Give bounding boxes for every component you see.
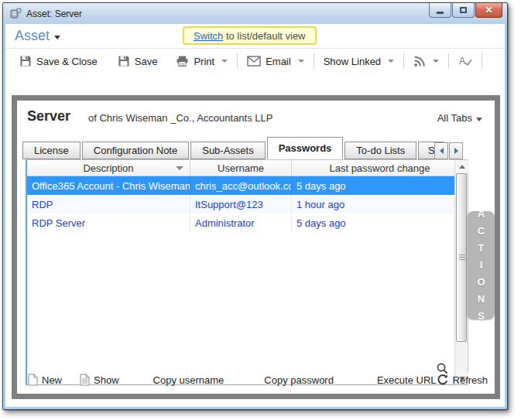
grid-toolbar: New Show Copy username [26,370,484,389]
save-label: Save [135,56,158,67]
cell-username: Administrator [190,213,292,232]
tab-sub-assets[interactable]: Sub-Assets [190,142,265,159]
tab-strip: License Configuration Note Sub-Assets Pa… [22,136,484,159]
column-header-description[interactable]: Description [27,160,190,176]
record-subtitle: of Chris Wiseman _Co., Accountants LLP [88,112,272,124]
save-and-close-label: Save & Close [36,56,98,67]
asset-menu-label: Asset [15,28,50,44]
passwords-table: Description Username Last password chang… [26,159,468,385]
tab-scroll-right-button[interactable] [449,142,463,159]
svg-text:A: A [459,56,465,67]
dropdown-caret-icon [221,60,228,63]
show-linked-label: Show Linked [324,56,381,67]
toolbar-separator [403,53,404,69]
cell-username: ItSupport@123 [190,195,292,213]
menu-row: Asset Switch to list/default view [5,24,505,48]
vertical-scrollbar[interactable] [454,160,468,384]
tab-scroll-left-button[interactable] [434,142,448,159]
arrow-up-icon [459,165,465,169]
save-button[interactable]: Save [113,52,163,70]
email-button[interactable]: Email [242,53,309,70]
scrollbar-thumb[interactable] [456,173,467,342]
cell-description: RDP Server [27,213,190,232]
show-document-icon [79,374,90,386]
cell-last-change: 5 days ago [292,176,468,195]
print-button[interactable]: Print [171,52,232,70]
close-button[interactable]: ✕ [475,3,502,18]
scrollbar-grip [459,254,465,261]
tab-license[interactable]: License [22,142,81,159]
column-header-username[interactable]: Username [190,160,292,176]
new-document-icon [27,374,38,386]
dropdown-caret-icon [433,60,439,63]
show-label: Show [94,374,119,386]
arrow-left-icon [440,148,444,154]
switch-view-notice: Switch to list/default view [183,26,317,45]
print-icon [176,55,189,67]
copy-username-button[interactable]: Copy username [153,374,225,386]
copy-password-button[interactable]: Copy password [264,374,334,386]
main-toolbar: Save & Close Save Prin [5,48,505,73]
sort-descending-icon [176,166,183,170]
table-row[interactable]: Office365 Account - Chris Wiseman chris_… [27,176,468,195]
maximize-button[interactable] [452,3,475,18]
all-tabs-button[interactable]: All Tabs [437,112,482,124]
dropdown-caret-icon [298,60,304,63]
record-title: Server [27,108,70,125]
close-icon: ✕ [485,5,492,15]
tab-passwords[interactable]: Passwords [267,137,344,159]
spellcheck-button[interactable]: A [454,52,477,70]
save-and-close-button[interactable]: Save & Close [15,52,102,70]
table-header-row: Description Username Last password chang… [27,160,468,176]
actions-panel-tab[interactable]: ACTIONS [468,211,495,319]
app-window: Asset: Server ✕ Asset Switch to list/def… [2,2,508,410]
record-panel: Server of Chris Wiseman _Co., Accountant… [17,101,495,394]
asset-window-icon [9,8,22,20]
toolbar-separator [237,53,238,69]
toolbar-separator [482,53,482,69]
minimize-icon [437,12,444,14]
table-row[interactable]: RDP ItSupport@123 1 hour ago [27,195,468,213]
content-frame: Server of Chris Wiseman _Co., Accountant… [12,95,500,399]
cell-last-change: 1 hour ago [292,195,468,213]
all-tabs-label: All Tabs [437,112,472,124]
record-header: Server of Chris Wiseman _Co., Accountant… [17,107,495,130]
minimize-button[interactable] [429,3,451,18]
tab-scroll-buttons [434,142,463,159]
print-label: Print [194,56,214,67]
execute-url-label: Execute URL [377,374,437,386]
tab-to-do-lists[interactable]: To-do Lists [344,142,416,159]
rss-feed-icon [413,56,426,67]
switch-view-link[interactable]: Switch [194,30,223,42]
dropdown-caret-icon [54,36,60,39]
new-label: New [42,374,62,386]
save-icon [118,55,130,67]
arrow-right-icon [454,148,458,154]
refresh-button[interactable]: Refresh [437,374,488,386]
copy-username-label: Copy username [153,374,225,386]
copy-password-label: Copy password [264,374,334,386]
feed-button[interactable] [409,53,444,70]
dropdown-caret-icon [388,60,394,63]
tab-configuration-note[interactable]: Configuration Note [82,142,189,159]
new-button[interactable]: New [27,374,62,386]
refresh-icon [437,374,449,386]
cell-last-change: 5 days ago [292,213,468,232]
window-title: Asset: Server [26,9,82,19]
show-button[interactable]: Show [79,374,119,386]
email-label: Email [266,56,291,67]
scroll-up-button[interactable] [455,160,468,172]
toolbar-separator [448,53,449,69]
table-row[interactable]: RDP Server Administrator 5 days ago [27,213,468,232]
asset-menu-button[interactable]: Asset [15,28,60,44]
refresh-label: Refresh [453,374,488,386]
column-header-last-password-change[interactable]: Last password change [292,160,468,176]
titlebar[interactable]: Asset: Server ✕ [3,3,507,24]
cell-username: chris_acc@outlook.com [190,176,292,195]
show-linked-button[interactable]: Show Linked [319,53,399,70]
execute-url-button[interactable]: Execute URL [377,374,437,386]
email-icon [247,56,261,67]
save-icon [19,55,32,67]
maximize-icon [460,7,467,13]
switch-view-text: to list/default view [223,30,305,42]
